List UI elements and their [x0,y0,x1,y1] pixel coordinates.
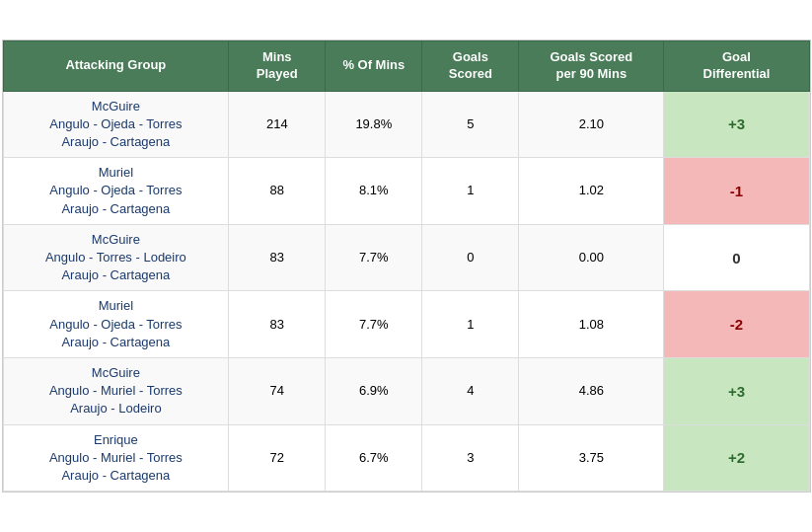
group-line2: Angulo - Muriel - Torres [49,450,183,465]
group-line3: Araujo - Lodeiro [70,401,162,416]
group-line2: Angulo - Muriel - Torres [49,383,183,398]
group-line1: Muriel [99,298,133,313]
group-line2: Angulo - Ojeda - Torres [49,116,182,131]
cell-attacking-group: MurielAngulo - Ojeda - TorresAraujo - Ca… [3,291,229,358]
cell-goals-scored: 1 [422,158,519,225]
group-line2: Angulo - Ojeda - Torres [49,317,182,332]
cell-pct-mins: 7.7% [326,291,422,358]
cell-mins-played: 88 [229,158,326,225]
cell-mins-played: 72 [229,424,326,492]
cell-pct-mins: 8.1% [326,158,422,225]
cell-goals-per90: 0.00 [519,224,664,291]
header-row: Attacking Group MinsPlayed % Of Mins Goa… [3,40,809,91]
stats-table: Attacking Group MinsPlayed % Of Mins Goa… [3,40,810,492]
table-row: McGuireAngulo - Muriel - TorresAraujo - … [3,357,809,424]
group-line1: Enrique [94,432,138,447]
cell-goals-per90: 1.02 [519,158,664,225]
cell-pct-mins: 6.9% [326,357,422,424]
table-row: MurielAngulo - Ojeda - TorresAraujo - Ca… [3,158,809,225]
group-line1: McGuire [92,365,140,380]
cell-goal-differential: -2 [664,291,809,358]
cell-attacking-group: MurielAngulo - Ojeda - TorresAraujo - Ca… [3,158,229,225]
cell-pct-mins: 19.8% [326,91,422,158]
cell-mins-played: 214 [229,91,326,158]
header-mins-played: MinsPlayed [229,40,326,91]
cell-goals-scored: 1 [422,291,519,358]
group-line3: Araujo - Cartagena [61,267,170,282]
group-line3: Araujo - Cartagena [61,134,170,149]
cell-attacking-group: EnriqueAngulo - Muriel - TorresAraujo - … [3,424,229,492]
cell-goals-scored: 3 [422,424,519,492]
cell-mins-played: 83 [229,224,326,291]
cell-pct-mins: 7.7% [326,224,422,291]
group-line1: Muriel [99,165,133,180]
cell-attacking-group: McGuireAngulo - Torres - LodeiroAraujo -… [3,224,229,291]
header-goals-per90: Goals Scoredper 90 Mins [519,40,664,91]
cell-goal-differential: 0 [664,224,809,291]
table-row: EnriqueAngulo - Muriel - TorresAraujo - … [3,424,809,492]
cell-goals-scored: 5 [422,91,519,158]
stats-table-container: Attacking Group MinsPlayed % Of Mins Goa… [2,39,811,493]
group-line3: Araujo - Cartagena [61,201,170,216]
group-line3: Araujo - Cartagena [61,468,170,483]
cell-goals-per90: 3.75 [519,424,664,492]
group-line1: McGuire [92,232,140,247]
table-row: MurielAngulo - Ojeda - TorresAraujo - Ca… [3,291,809,358]
cell-goals-scored: 4 [422,357,519,424]
cell-mins-played: 83 [229,291,326,358]
table-row: McGuireAngulo - Torres - LodeiroAraujo -… [3,224,809,291]
group-line2: Angulo - Torres - Lodeiro [45,250,186,265]
cell-mins-played: 74 [229,357,326,424]
group-line2: Angulo - Ojeda - Torres [49,183,182,197]
cell-goal-differential: +2 [664,424,809,492]
cell-goals-per90: 2.10 [519,91,664,158]
cell-goals-scored: 0 [422,224,519,291]
group-line3: Araujo - Cartagena [61,335,170,349]
table-body: McGuireAngulo - Ojeda - TorresAraujo - C… [3,91,809,491]
header-pct-mins: % Of Mins [326,40,422,91]
cell-goal-differential: +3 [664,91,809,158]
header-goal-differential: GoalDifferential [664,40,809,91]
group-line1: McGuire [92,99,140,114]
table-row: McGuireAngulo - Ojeda - TorresAraujo - C… [3,91,809,158]
cell-attacking-group: McGuireAngulo - Ojeda - TorresAraujo - C… [3,91,229,158]
cell-pct-mins: 6.7% [326,424,422,492]
cell-attacking-group: McGuireAngulo - Muriel - TorresAraujo - … [3,357,229,424]
header-goals-scored: GoalsScored [422,40,519,91]
cell-goals-per90: 4.86 [519,357,664,424]
cell-goal-differential: -1 [664,158,809,225]
cell-goal-differential: +3 [664,357,809,424]
header-attacking-group: Attacking Group [3,40,229,91]
cell-goals-per90: 1.08 [519,291,664,358]
